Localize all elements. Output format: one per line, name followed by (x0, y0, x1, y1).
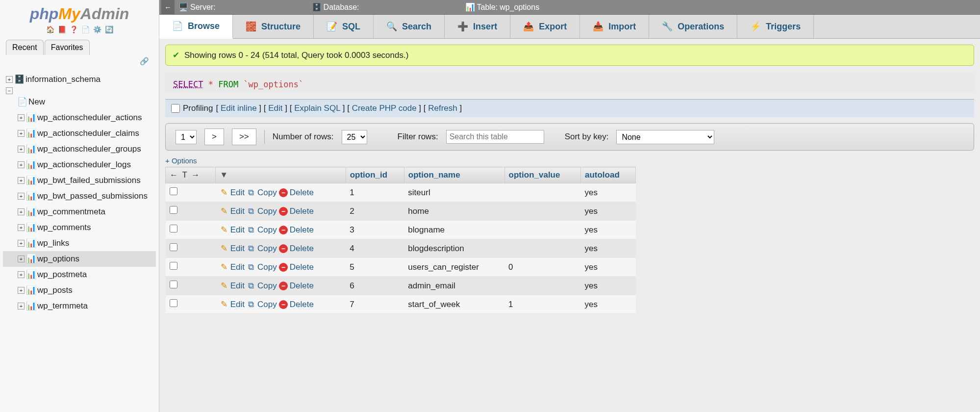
copy-link[interactable]: ⧉Copy (247, 300, 277, 309)
tab-favorites[interactable]: Favorites (45, 40, 90, 55)
edit-link[interactable]: ✎Edit (220, 225, 245, 235)
copy-link[interactable]: ⧉Copy (247, 206, 277, 216)
edit-link[interactable]: ✎Edit (220, 244, 245, 254)
profiling-checkbox[interactable] (171, 104, 180, 113)
row-checkbox[interactable] (170, 281, 177, 288)
tree-current-db[interactable]: − (3, 87, 156, 94)
edit-link[interactable]: ✎Edit (220, 281, 245, 291)
delete-link[interactable]: −Delete (279, 262, 314, 272)
row-checkbox[interactable] (170, 206, 177, 214)
exit-icon[interactable]: 📕 (57, 25, 66, 34)
copy-link[interactable]: ⧉Copy (247, 188, 277, 198)
tree-item[interactable]: +📊wp_termmeta (3, 298, 156, 314)
expand-icon[interactable]: + (18, 114, 25, 121)
edit-link[interactable]: ✎Edit (220, 262, 245, 272)
query-action-link[interactable]: Explain SQL (294, 103, 340, 113)
crumb-table[interactable]: 📊 Table: wp_options (465, 2, 540, 12)
tree-item[interactable]: +📊wp_options (3, 251, 156, 267)
tree-item[interactable]: +📊wp_posts (3, 283, 156, 298)
tab-insert[interactable]: ➕Insert (445, 15, 510, 38)
tab-import[interactable]: 📥Import (580, 15, 649, 38)
copy-link[interactable]: ⧉Copy (247, 281, 277, 291)
expand-icon[interactable]: + (18, 240, 25, 247)
sort-select[interactable]: None (616, 130, 714, 144)
help-icon[interactable]: ❓ (69, 25, 78, 34)
expand-icon[interactable]: + (18, 303, 25, 309)
tree-item[interactable]: +📊wp_commentmeta (3, 204, 156, 220)
copy-link[interactable]: ⧉Copy (247, 225, 277, 235)
row-checkbox[interactable] (170, 299, 177, 307)
expand-icon[interactable]: + (18, 193, 25, 200)
col-option-id[interactable]: option_id (346, 167, 404, 183)
expand-icon[interactable]: + (6, 76, 13, 83)
query-action-link[interactable]: Refresh (428, 103, 457, 113)
query-action-link[interactable]: Create PHP code (352, 103, 417, 113)
tree-item[interactable]: +📊wp_bwt_failed_submissions (3, 173, 156, 188)
filter-input[interactable] (446, 130, 544, 144)
row-checkbox[interactable] (170, 187, 177, 195)
tree-item[interactable]: +📊wp_actionscheduler_groups (3, 141, 156, 157)
edit-link[interactable]: ✎Edit (220, 188, 245, 198)
tab-recent[interactable]: Recent (6, 40, 44, 55)
crumb-database[interactable]: 🗄️ Database: (312, 2, 359, 12)
expand-icon[interactable]: + (18, 208, 25, 215)
expand-icon[interactable]: + (18, 256, 25, 262)
tab-triggers[interactable]: ⚡Triggers (737, 15, 814, 38)
expand-icon[interactable]: + (18, 177, 25, 184)
tree-new[interactable]: 📄 New (3, 94, 156, 110)
collapse-sidebar-icon[interactable]: ← (161, 0, 175, 14)
edit-link[interactable]: ✎Edit (220, 206, 245, 216)
tree-item[interactable]: +📊wp_actionscheduler_actions (3, 110, 156, 126)
expand-icon[interactable]: + (18, 146, 25, 153)
options-link[interactable]: + Options (165, 156, 974, 165)
docs-icon[interactable]: 📄 (81, 25, 90, 34)
col-option-name[interactable]: option_name (404, 167, 504, 183)
query-action-link[interactable]: Edit inline (221, 103, 257, 113)
tab-sql[interactable]: 📝SQL (314, 15, 374, 38)
row-checkbox[interactable] (170, 225, 177, 232)
recent-link-icon[interactable]: 🔗 (0, 55, 159, 68)
tab-structure[interactable]: 🧱Structure (233, 15, 314, 38)
col-sort-indicator[interactable]: ▼ (216, 167, 346, 183)
delete-link[interactable]: −Delete (279, 188, 314, 198)
tree-item[interactable]: +📊wp_postmeta (3, 267, 156, 283)
tree-root[interactable]: + 🗄️ information_schema (3, 72, 156, 87)
col-autoload[interactable]: autoload (580, 167, 635, 183)
home-icon[interactable]: 🏠 (46, 25, 54, 34)
reload-icon[interactable]: 🔄 (104, 25, 113, 34)
last-page-button[interactable]: >> (232, 129, 256, 145)
expand-icon[interactable]: + (18, 271, 25, 278)
copy-link[interactable]: ⧉Copy (247, 262, 277, 272)
tree-item[interactable]: +📊wp_bwt_passed_submissions (3, 188, 156, 204)
page-select[interactable]: 1 (176, 130, 197, 144)
expand-icon[interactable]: + (18, 130, 25, 137)
tab-search[interactable]: 🔍Search (374, 15, 445, 38)
settings-icon[interactable]: ⚙️ (93, 25, 101, 34)
row-checkbox[interactable] (170, 262, 177, 270)
tab-operations[interactable]: 🔧Operations (649, 15, 737, 38)
col-option-value[interactable]: option_value (504, 167, 580, 183)
edit-link[interactable]: ✎Edit (220, 300, 245, 309)
expand-icon[interactable]: + (18, 161, 25, 168)
numrows-select[interactable]: 25 (342, 130, 367, 144)
crumb-server[interactable]: 🖥️ Server: (178, 2, 216, 12)
tree-item[interactable]: +📊wp_actionscheduler_logs (3, 157, 156, 173)
delete-link[interactable]: −Delete (279, 244, 314, 254)
copy-link[interactable]: ⧉Copy (247, 244, 277, 254)
col-toggle[interactable]: ← T → (166, 167, 216, 183)
expand-icon[interactable]: + (18, 287, 25, 294)
delete-link[interactable]: −Delete (279, 206, 314, 216)
tree-item[interactable]: +📊wp_actionscheduler_claims (3, 126, 156, 141)
tree-item[interactable]: +📊wp_links (3, 235, 156, 251)
tree-item[interactable]: +📊wp_comments (3, 220, 156, 235)
expand-icon[interactable]: + (18, 224, 25, 231)
collapse-icon[interactable]: − (6, 87, 13, 94)
delete-link[interactable]: −Delete (279, 281, 314, 291)
delete-link[interactable]: −Delete (279, 225, 314, 235)
tab-export[interactable]: 📤Export (510, 15, 580, 38)
next-page-button[interactable]: > (204, 129, 224, 145)
query-action-link[interactable]: Edit (268, 103, 282, 113)
row-checkbox[interactable] (170, 243, 177, 251)
delete-link[interactable]: −Delete (279, 300, 314, 309)
tab-browse[interactable]: 📄Browse (159, 15, 233, 39)
